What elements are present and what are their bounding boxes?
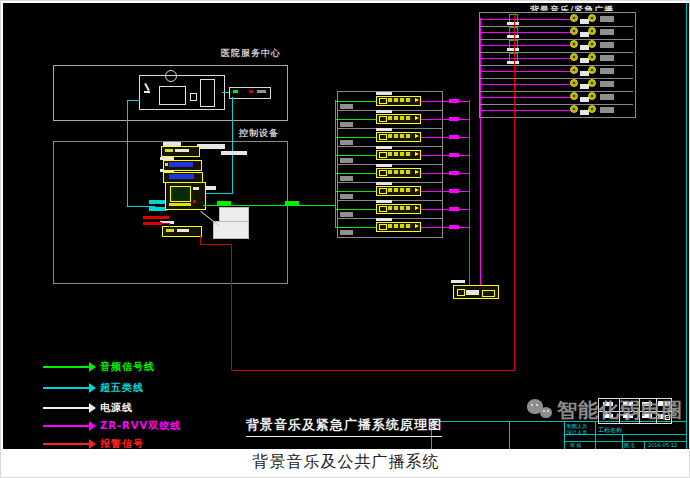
speaker-rack xyxy=(479,12,636,118)
twisted-pair-wire xyxy=(421,137,470,138)
audio-stub xyxy=(335,209,376,210)
wire-tag xyxy=(449,171,459,175)
drawing-part xyxy=(166,229,174,232)
zone-tag xyxy=(340,140,353,145)
alarm-wire xyxy=(200,244,232,245)
titleblock-cell: 设计人员 xyxy=(567,430,587,435)
drawing-part xyxy=(193,187,199,190)
drawing-part xyxy=(415,134,419,138)
legend-label: 电源线 xyxy=(100,401,133,415)
drawing-part xyxy=(379,134,387,140)
zone-tag xyxy=(340,158,353,163)
controller-screen xyxy=(170,186,191,202)
rack-interface-unit xyxy=(229,87,271,99)
twisted-pair-wire xyxy=(481,32,572,33)
drawing-part: 背景音乐/紧急广播 xyxy=(530,5,614,11)
speaker-zone-label: 背景音乐/紧急广播 xyxy=(530,3,642,11)
legend-arrow-icon xyxy=(89,383,96,393)
drawing-part xyxy=(531,404,533,406)
module-tag xyxy=(507,61,519,64)
drawing-part xyxy=(379,116,387,122)
legend-line xyxy=(43,387,89,389)
twisted-pair-trunk xyxy=(469,100,470,286)
alarm-wire xyxy=(169,223,170,227)
amp-rack xyxy=(337,91,443,238)
zone-tag xyxy=(600,94,614,100)
legend-line xyxy=(43,425,89,427)
pc-tower-icon xyxy=(200,79,215,107)
amp-row xyxy=(338,200,442,219)
audio-stub xyxy=(335,155,376,156)
speaker-icon xyxy=(588,92,596,100)
twisted-pair-wire xyxy=(481,110,572,111)
twisted-pair-wire xyxy=(481,71,572,72)
drawing-part xyxy=(547,410,549,412)
legend-line xyxy=(43,407,89,409)
speaker-row xyxy=(480,78,633,92)
zone-tag xyxy=(340,122,353,127)
module-tag xyxy=(507,22,519,25)
module-tag xyxy=(376,182,392,185)
legend-line xyxy=(43,366,89,368)
twisted-pair-wire xyxy=(481,58,572,59)
amp-row xyxy=(338,218,442,236)
twisted-pair-wire xyxy=(421,173,470,174)
drawing-part xyxy=(388,152,412,156)
wechat-icon xyxy=(527,395,557,425)
zone-tag xyxy=(600,68,614,74)
speaker-row xyxy=(480,52,633,66)
drawing-part xyxy=(457,289,465,296)
module-tag xyxy=(376,92,392,95)
volume-controller-module xyxy=(376,186,421,196)
legend-label: 超五类线 xyxy=(100,381,144,395)
image-caption: 背景音乐及公共广播系统 xyxy=(1,452,690,473)
titleblock-cell: 2016-05-12 xyxy=(648,443,677,448)
speaker-icon xyxy=(588,53,596,61)
module-tag xyxy=(376,146,392,149)
drawing-part xyxy=(221,151,247,155)
volume-controller-module xyxy=(376,114,421,124)
audio-stub xyxy=(335,227,376,228)
drawing-part xyxy=(388,206,412,210)
module-tag xyxy=(507,35,519,38)
amp-row xyxy=(338,128,442,147)
speaker-icon xyxy=(570,53,578,61)
zone-tag xyxy=(600,29,614,35)
titleblock-cell: 工程名称 xyxy=(598,427,622,432)
module-tag xyxy=(376,200,392,203)
wire-tag xyxy=(449,99,459,103)
speaker-row xyxy=(480,39,633,53)
legend-line xyxy=(43,443,89,445)
legend-label: 报警信号 xyxy=(100,437,144,449)
twisted-pair-wire xyxy=(421,191,470,192)
article-page: { "page": { "caption": "背景音乐及公共广播系统" }, … xyxy=(0,0,690,478)
drawing-part xyxy=(249,90,253,93)
amp-row xyxy=(338,164,442,183)
speaker-rack-rows xyxy=(480,13,635,117)
drawing-part xyxy=(415,98,419,102)
volume-controller-module xyxy=(376,96,421,106)
drawing-part xyxy=(193,200,196,203)
drawing-part xyxy=(540,407,552,418)
legend: 音频信号线超五类线电源线ZR-RVV双绞线报警信号 xyxy=(41,355,221,449)
twisted-pair-wire xyxy=(481,84,572,85)
drawing-part xyxy=(466,290,479,295)
audio-stub xyxy=(335,101,376,102)
drawing-part xyxy=(388,170,412,174)
amp-row xyxy=(338,92,442,111)
speaker-icon xyxy=(570,92,578,100)
drawing-part xyxy=(257,90,266,93)
drawing-part xyxy=(564,422,565,449)
watermark-text: 智能化弱电圈 xyxy=(557,397,683,424)
speaker-icon xyxy=(570,105,578,113)
drawing-part xyxy=(415,188,419,192)
twisted-pair-wire xyxy=(421,119,470,120)
twisted-pair-wire xyxy=(421,209,470,210)
drawing-part xyxy=(482,290,495,297)
audio-stub xyxy=(335,137,376,138)
monitor-icon xyxy=(159,86,186,105)
zone-tag xyxy=(340,212,353,217)
drawing-part xyxy=(415,170,419,174)
amp-rack-rows xyxy=(338,92,442,237)
twisted-pair-wire xyxy=(481,45,572,46)
